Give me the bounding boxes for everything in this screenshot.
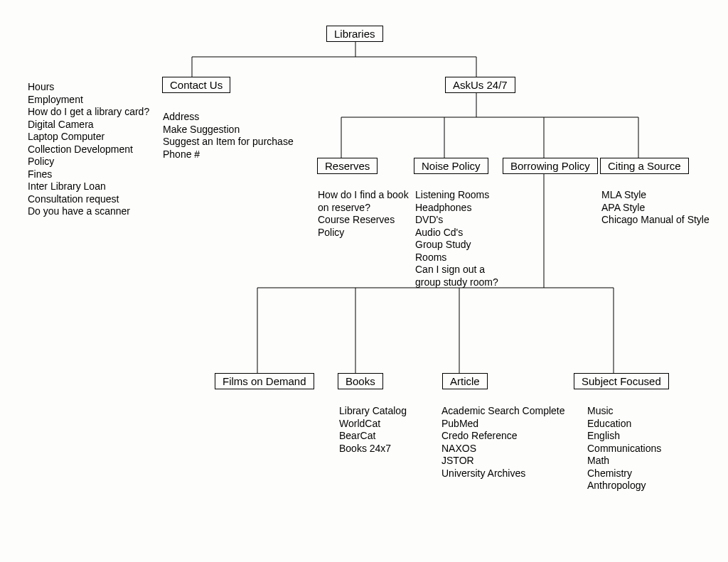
- list-item: Collection Development Policy: [28, 144, 156, 168]
- node-label: Noise Policy: [422, 160, 481, 172]
- node-label: Subject Focused: [582, 375, 661, 387]
- list-item: How do I find a book on reserve?: [318, 189, 410, 214]
- list-item: Communications: [587, 443, 687, 455]
- list-item: Employment: [28, 94, 156, 107]
- books-list: Library Catalog WorldCat BearCat Books 2…: [339, 405, 424, 455]
- list-item: Phone #: [163, 148, 305, 161]
- node-label: Borrowing Policy: [510, 160, 590, 172]
- node-label: Books: [346, 375, 375, 387]
- list-item: Consultation request: [28, 193, 156, 206]
- list-item: English: [587, 430, 687, 443]
- node-books: Books: [338, 373, 383, 389]
- list-item: Make Suggestion: [163, 124, 305, 136]
- list-item: Address: [163, 111, 305, 124]
- list-item: Music: [587, 405, 687, 418]
- node-label: Films on Demand: [223, 375, 306, 387]
- list-item: BearCat: [339, 430, 424, 443]
- node-reserves: Reserves: [317, 158, 378, 174]
- list-item: Digital Camera: [28, 119, 156, 131]
- list-item: How do I get a library card?: [28, 106, 156, 119]
- node-subject-focused: Subject Focused: [574, 373, 669, 389]
- list-item: Anthropology: [587, 480, 687, 492]
- contact-us-list: Address Make Suggestion Suggest an Item …: [163, 111, 305, 161]
- node-label: Citing a Source: [608, 160, 681, 172]
- list-item: NAXOS: [441, 443, 569, 455]
- article-list: Academic Search Complete PubMed Credo Re…: [441, 405, 569, 480]
- reserves-list: How do I find a book on reserve? Course …: [318, 189, 410, 239]
- noise-list: Listening Rooms Headphones DVD's Audio C…: [415, 189, 504, 288]
- list-item: Audio Cd's: [415, 227, 504, 239]
- list-item: Inter Library Loan: [28, 180, 156, 193]
- list-item: Credo Reference: [441, 430, 569, 443]
- list-item: PubMed: [441, 418, 569, 431]
- list-item: Academic Search Complete: [441, 405, 569, 418]
- list-item: MLA Style: [601, 189, 722, 202]
- node-label: Article: [450, 375, 480, 387]
- list-item: Listening Rooms: [415, 189, 504, 202]
- node-borrowing-policy: Borrowing Policy: [503, 158, 598, 174]
- node-article: Article: [442, 373, 488, 389]
- node-label: AskUs 24/7: [453, 79, 508, 91]
- list-item: University Archives: [441, 468, 569, 480]
- subject-list: Music Education English Communications M…: [587, 405, 687, 492]
- list-item: Suggest an Item for purchase: [163, 136, 305, 148]
- node-libraries: Libraries: [326, 26, 383, 42]
- list-item: Hours: [28, 81, 156, 94]
- node-films-on-demand: Films on Demand: [215, 373, 314, 389]
- list-item: Fines: [28, 168, 156, 181]
- list-item: Chicago Manual of Style: [601, 214, 722, 227]
- list-item: APA Style: [601, 202, 722, 215]
- list-item: Course Reserves Policy: [318, 214, 410, 239]
- node-askus: AskUs 24/7: [445, 77, 515, 93]
- diagram-canvas: Libraries Hours Employment How do I get …: [0, 0, 728, 562]
- list-item: Group Study Rooms: [415, 239, 504, 264]
- node-contact-us: Contact Us: [162, 77, 230, 93]
- node-label: Contact Us: [170, 79, 223, 91]
- list-item: Do you have a scanner: [28, 205, 156, 218]
- list-item: Headphones: [415, 202, 504, 215]
- list-item: Chemistry: [587, 468, 687, 480]
- list-item: Education: [587, 418, 687, 431]
- node-noise-policy: Noise Policy: [414, 158, 488, 174]
- misc-list: Hours Employment How do I get a library …: [28, 81, 156, 218]
- list-item: Books 24x7: [339, 443, 424, 455]
- citing-list: MLA Style APA Style Chicago Manual of St…: [601, 189, 722, 227]
- node-citing-source: Citing a Source: [600, 158, 689, 174]
- list-item: Laptop Computer: [28, 131, 156, 144]
- node-label: Reserves: [325, 160, 370, 172]
- list-item: Library Catalog: [339, 405, 424, 418]
- list-item: WorldCat: [339, 418, 424, 431]
- list-item: JSTOR: [441, 455, 569, 468]
- node-label: Libraries: [334, 28, 375, 40]
- list-item: DVD's: [415, 214, 504, 227]
- list-item: Can I sign out a group study room?: [415, 264, 504, 288]
- list-item: Math: [587, 455, 687, 468]
